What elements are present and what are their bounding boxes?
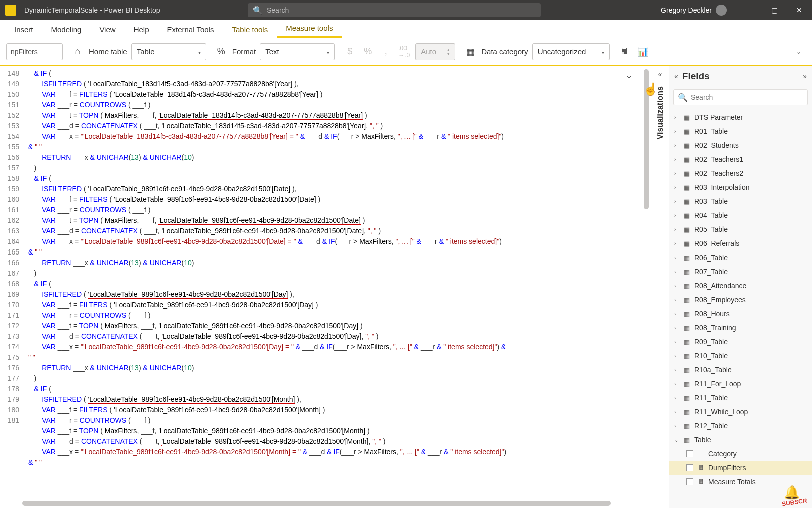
- chevron-right-icon: ›: [674, 227, 679, 232]
- field-label: R11_Table: [694, 394, 728, 402]
- fields-search-input[interactable]: [691, 93, 803, 101]
- tab-view[interactable]: View: [90, 21, 124, 38]
- field-table-item[interactable]: ›▦R03_Interpolation: [669, 180, 812, 194]
- global-search[interactable]: 🔍: [248, 3, 541, 17]
- fields-list[interactable]: ›▦DTS Parameter›▦R01_Table›▦R02_Students…: [669, 108, 812, 508]
- field-table-item[interactable]: ›▦R09_Table: [669, 335, 812, 349]
- collapse-left-icon[interactable]: «: [674, 72, 678, 80]
- field-label: R04_Table: [694, 211, 728, 219]
- field-label: Measure Totals: [708, 478, 756, 486]
- field-table-item[interactable]: ›▦R02_Teachers2: [669, 166, 812, 180]
- table-icon: ▦: [682, 408, 691, 415]
- field-table-item[interactable]: ›▦R10_Table: [669, 349, 812, 363]
- field-table-item[interactable]: ›▦R06_Table: [669, 250, 812, 265]
- format-select[interactable]: Text: [260, 43, 335, 60]
- measure-name-input[interactable]: [11, 48, 58, 56]
- field-label: R09_Table: [694, 338, 728, 346]
- chevron-right-icon: ›: [674, 409, 679, 415]
- field-label: DumpFilters: [708, 464, 746, 472]
- field-table-item[interactable]: ›▦R10a_Table: [669, 363, 812, 377]
- field-table-item[interactable]: ›▦R11_Table: [669, 391, 812, 405]
- thousands-icon: ,: [379, 45, 393, 59]
- measure-name-input-wrap[interactable]: [6, 43, 63, 60]
- field-table-item[interactable]: ›▦R03_Table: [669, 194, 812, 208]
- field-table-item[interactable]: ›▦R07_Table: [669, 265, 812, 279]
- home-table-label: Home table: [89, 47, 127, 56]
- field-label: R05_Table: [694, 225, 728, 233]
- field-table-item[interactable]: ›▦R11_For_Loop: [669, 377, 812, 391]
- format-icon: %: [214, 45, 228, 59]
- tab-modeling[interactable]: Modeling: [42, 21, 91, 38]
- scrollbar-thumb[interactable]: [22, 501, 611, 506]
- user-area[interactable]: Gregory Deckler: [661, 5, 727, 16]
- chevron-right-icon: ›: [674, 395, 679, 401]
- global-search-input[interactable]: [267, 6, 536, 14]
- fields-search[interactable]: 🔍: [673, 89, 808, 105]
- code-content[interactable]: & IF ( ISFILTERED ( 'LocalDateTable_183d…: [22, 66, 651, 508]
- home-table-select[interactable]: Table: [131, 43, 206, 60]
- field-item[interactable]: Category: [669, 447, 812, 461]
- expand-right-icon[interactable]: »: [803, 72, 807, 80]
- field-table-item[interactable]: ›▦R02_Students: [669, 138, 812, 152]
- ribbon-expand-icon[interactable]: ⌄: [792, 45, 806, 59]
- field-table-item[interactable]: ›▦R06_Referrals: [669, 236, 812, 250]
- chevron-right-icon: ›: [674, 115, 679, 120]
- visualizations-pane-collapsed[interactable]: « Visualizations ☝: [651, 66, 669, 508]
- field-table-item[interactable]: ›▦R02_Teachers1: [669, 152, 812, 166]
- field-table-item[interactable]: ›▦R08_Attendance: [669, 279, 812, 293]
- chevron-right-icon: ›: [674, 199, 679, 204]
- field-table-item[interactable]: ›▦DTS Parameter: [669, 110, 812, 124]
- user-avatar[interactable]: [716, 5, 727, 16]
- checkbox[interactable]: [686, 450, 693, 457]
- chevron-right-icon: ›: [674, 353, 679, 359]
- field-table-item[interactable]: ›▦R11_While_Loop: [669, 405, 812, 419]
- collapse-left-icon[interactable]: «: [658, 70, 662, 78]
- field-label: R11_While_Loop: [694, 408, 748, 416]
- field-table-item[interactable]: ›▦R08_Employees: [669, 293, 812, 307]
- field-table-item[interactable]: ›▦R08_Training: [669, 321, 812, 335]
- cursor-pointer-icon: ☝: [643, 82, 658, 96]
- new-measure-icon[interactable]: 🖩: [618, 45, 632, 59]
- tab-table-tools[interactable]: Table tools: [223, 21, 277, 38]
- checkbox[interactable]: [686, 464, 693, 471]
- close-button[interactable]: ✕: [787, 0, 812, 20]
- maximize-button[interactable]: ▢: [762, 0, 787, 20]
- percent-icon: %: [361, 45, 375, 59]
- field-table-item[interactable]: ›▦R04_Table: [669, 208, 812, 222]
- chevron-down-icon: ⌄: [674, 437, 679, 443]
- formula-expand-icon[interactable]: ⌄: [622, 68, 636, 82]
- field-item-selected[interactable]: 🖩DumpFilters: [669, 461, 812, 475]
- menu-bar: Insert Modeling View Help External Tools…: [0, 20, 812, 38]
- fields-pane: « Fields » 🔍 ›▦DTS Parameter›▦R01_Table›…: [669, 66, 812, 508]
- app-icon: [5, 5, 16, 16]
- table-icon: ▦: [682, 170, 691, 177]
- minimize-button[interactable]: —: [737, 0, 762, 20]
- chevron-right-icon: ›: [674, 213, 679, 218]
- table-icon: ▦: [682, 226, 691, 233]
- formula-editor[interactable]: 1481491501511521531541551561571581591601…: [0, 66, 651, 508]
- table-icon: ▦: [682, 380, 691, 387]
- field-table-item[interactable]: ›▦R12_Table: [669, 419, 812, 433]
- tab-insert[interactable]: Insert: [5, 21, 42, 38]
- tab-measure-tools[interactable]: Measure tools: [277, 20, 342, 38]
- search-icon: 🔍: [678, 93, 688, 102]
- horizontal-scrollbar[interactable]: [22, 500, 642, 507]
- field-table-item-expanded[interactable]: ⌄▦Table: [669, 433, 812, 447]
- field-table-item[interactable]: ›▦R05_Table: [669, 222, 812, 236]
- table-icon: ▦: [682, 254, 691, 261]
- tab-external-tools[interactable]: External Tools: [158, 21, 223, 38]
- data-category-select[interactable]: Uncategorized: [532, 43, 610, 60]
- field-label: R02_Students: [694, 141, 739, 149]
- data-category-icon: ▦: [463, 45, 477, 59]
- checkbox[interactable]: [686, 478, 693, 485]
- table-icon: ▦: [682, 366, 691, 373]
- field-label: R01_Table: [694, 127, 728, 135]
- chevron-right-icon: ›: [674, 423, 679, 429]
- field-label: R08_Employees: [694, 296, 746, 304]
- field-table-item[interactable]: ›▦R08_Hours: [669, 307, 812, 321]
- tab-help[interactable]: Help: [125, 21, 158, 38]
- quick-measure-icon[interactable]: 📊: [636, 45, 650, 59]
- field-label: R06_Referrals: [694, 239, 739, 247]
- field-table-item[interactable]: ›▦R01_Table: [669, 124, 812, 138]
- table-icon: ▦: [682, 142, 691, 149]
